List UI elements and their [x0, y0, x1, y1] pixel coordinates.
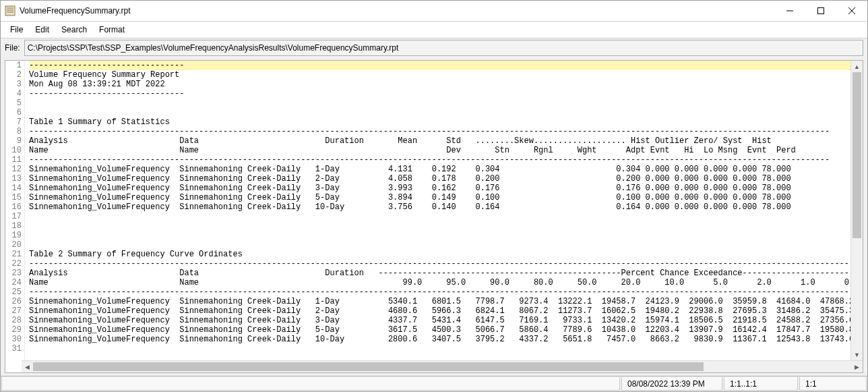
line-number: 3: [5, 80, 22, 89]
editor-scroll: 1234567891011121314151617181920212223242…: [5, 61, 863, 360]
app-window: VolumeFrequencySummary.rpt File Edit Sea…: [0, 0, 868, 392]
code-line[interactable]: --------------------------------: [29, 89, 850, 99]
code-line[interactable]: ----------------------------------------…: [29, 259, 850, 269]
line-number: 11: [5, 155, 22, 165]
line-number: 5: [5, 99, 22, 108]
code-line[interactable]: Sinnemahoning_VolumeFrequency Sinnemahon…: [29, 316, 850, 325]
code-line[interactable]: Mon Aug 08 13:39:21 MDT 2022: [29, 80, 850, 89]
status-selection: 1:1..1:1: [724, 377, 798, 391]
code-line[interactable]: Sinnemahoning_VolumeFrequency Sinnemahon…: [29, 193, 850, 202]
vertical-scrollbar[interactable]: ▲ ▼: [850, 61, 863, 360]
code-line[interactable]: Table 1 Summary of Statistics: [29, 117, 850, 127]
code-line[interactable]: Sinnemahoning_VolumeFrequency Sinnemahon…: [29, 335, 850, 344]
scroll-left-arrow-icon[interactable]: ◀: [22, 361, 33, 372]
line-number: 12: [5, 165, 22, 174]
line-number: 31: [5, 344, 22, 354]
code-line[interactable]: Sinnemahoning_VolumeFrequency Sinnemahon…: [29, 202, 850, 212]
scroll-up-arrow-icon[interactable]: ▲: [851, 61, 863, 72]
line-number: 30: [5, 335, 22, 344]
svg-rect-0: [5, 6, 15, 16]
vscroll-thumb[interactable]: [852, 72, 861, 238]
statusbar: 08/08/2022 13:39 PM 1:1..1:1 1:1: [1, 376, 867, 391]
line-number: 8: [5, 127, 22, 136]
line-number: 7: [5, 117, 22, 127]
window-controls: [774, 1, 867, 21]
code-line[interactable]: Sinnemahoning_VolumeFrequency Sinnemahon…: [29, 325, 850, 335]
line-number: 10: [5, 146, 22, 155]
code-line[interactable]: Sinnemahoning_VolumeFrequency Sinnemahon…: [29, 306, 850, 316]
line-number: 1: [5, 61, 22, 70]
window-title: VolumeFrequencySummary.rpt: [20, 6, 131, 16]
menu-format[interactable]: Format: [94, 23, 130, 36]
code-line[interactable]: Sinnemahoning_VolumeFrequency Sinnemahon…: [29, 174, 850, 184]
line-number: 25: [5, 287, 22, 297]
menu-file[interactable]: File: [5, 23, 28, 36]
code-line[interactable]: --------------------------------: [29, 61, 850, 70]
code-line[interactable]: Sinnemahoning_VolumeFrequency Sinnemahon…: [29, 297, 850, 306]
code-line[interactable]: [29, 240, 850, 250]
vscroll-track[interactable]: [851, 72, 863, 349]
titlebar: VolumeFrequencySummary.rpt: [1, 1, 867, 22]
hscroll-track[interactable]: [33, 361, 851, 372]
maximize-button[interactable]: [805, 1, 836, 21]
code-line[interactable]: [29, 344, 850, 354]
filebar-label: File:: [5, 43, 20, 53]
code-line[interactable]: ----------------------------------------…: [29, 127, 850, 136]
line-number: 6: [5, 108, 22, 117]
code-line[interactable]: Volume Frequency Summary Report: [29, 70, 850, 80]
line-number: 15: [5, 193, 22, 202]
line-gutter: 1234567891011121314151617181920212223242…: [5, 61, 25, 360]
hscroll-thumb[interactable]: [33, 362, 704, 371]
line-number: 20: [5, 240, 22, 250]
line-number: 18: [5, 221, 22, 231]
line-number: 4: [5, 89, 22, 99]
menu-search[interactable]: Search: [56, 23, 92, 36]
svg-rect-5: [818, 8, 824, 14]
line-number: 24: [5, 278, 22, 287]
filebar: File:: [1, 38, 867, 57]
line-number: 22: [5, 259, 22, 269]
code-line[interactable]: Analysis Data Duration -----------------…: [29, 269, 850, 278]
menu-edit[interactable]: Edit: [30, 23, 55, 36]
scroll-right-arrow-icon[interactable]: ▶: [851, 361, 863, 372]
code-area[interactable]: --------------------------------Volume F…: [25, 61, 850, 360]
code-line[interactable]: Sinnemahoning_VolumeFrequency Sinnemahon…: [29, 184, 850, 193]
minimize-button[interactable]: [774, 1, 805, 21]
code-line[interactable]: Name Name 99.0 95.0 90.0 80.0 50.0 20.0 …: [29, 278, 850, 287]
code-line[interactable]: [29, 221, 850, 231]
line-number: 28: [5, 316, 22, 325]
status-cursor: 1:1: [799, 377, 867, 391]
code-line[interactable]: Analysis Data Duration Mean Std ........…: [29, 136, 850, 146]
code-line[interactable]: Table 2 Summary of Frequency Curve Ordin…: [29, 250, 850, 259]
line-number: 21: [5, 250, 22, 259]
line-number: 26: [5, 297, 22, 306]
status-datetime: 08/08/2022 13:39 PM: [621, 377, 722, 391]
line-number: 23: [5, 269, 22, 278]
code-line[interactable]: [29, 99, 850, 108]
line-number: 16: [5, 202, 22, 212]
app-icon: [5, 5, 16, 16]
code-line[interactable]: [29, 212, 850, 221]
filepath-input[interactable]: [24, 40, 863, 56]
line-number: 14: [5, 184, 22, 193]
menubar: File Edit Search Format: [1, 22, 867, 38]
line-number: 17: [5, 212, 22, 221]
code-line[interactable]: [29, 108, 850, 117]
line-number: 9: [5, 136, 22, 146]
code-line[interactable]: [29, 231, 850, 240]
scroll-down-arrow-icon[interactable]: ▼: [851, 349, 863, 360]
code-line[interactable]: ----------------------------------------…: [29, 155, 850, 165]
titlebar-left: VolumeFrequencySummary.rpt: [5, 5, 131, 16]
close-button[interactable]: [836, 1, 867, 21]
line-number: 13: [5, 174, 22, 184]
line-number: 19: [5, 231, 22, 240]
code-line[interactable]: ----------------------------------------…: [29, 287, 850, 297]
line-number: 27: [5, 306, 22, 316]
code-line[interactable]: Sinnemahoning_VolumeFrequency Sinnemahon…: [29, 165, 850, 174]
horizontal-scrollbar[interactable]: ◀ ▶: [22, 360, 863, 372]
line-number: 2: [5, 70, 22, 80]
status-spacer: [1, 377, 620, 391]
line-number: 29: [5, 325, 22, 335]
editor: 1234567891011121314151617181920212223242…: [5, 60, 863, 373]
code-line[interactable]: Name Name Dev Stn Rgnl Wght Adpt Evnt Hi…: [29, 146, 850, 155]
